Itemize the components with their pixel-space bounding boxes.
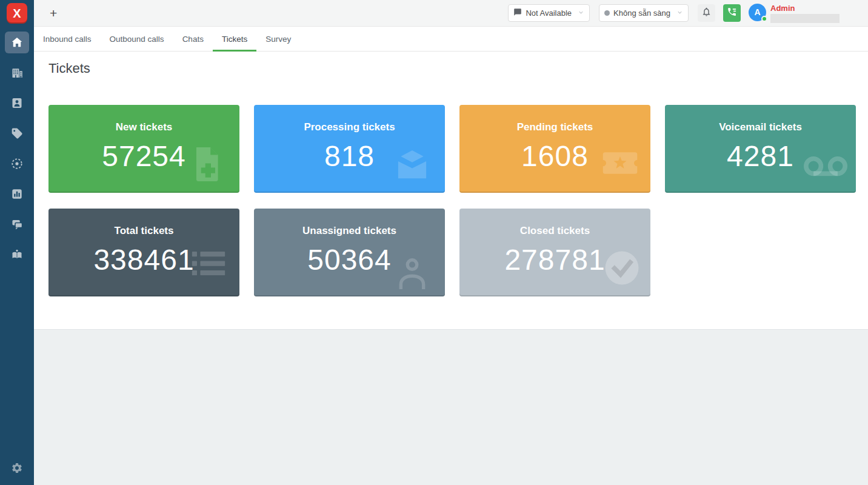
topbar-right: Not Available Không sẵn sàng xyxy=(508,4,840,23)
tile-pending-tickets[interactable]: Pending tickets 1608 xyxy=(459,105,650,193)
tab-inbound-calls[interactable]: Inbound calls xyxy=(34,27,101,51)
target-icon xyxy=(10,157,24,170)
status-dropdown-label: Not Available xyxy=(526,8,572,18)
tile-label: Unassigned tickets xyxy=(254,225,445,237)
tab-tickets[interactable]: Tickets xyxy=(213,27,256,51)
tile-new-tickets[interactable]: New tickets 57254 xyxy=(48,105,239,193)
add-tab-button[interactable]: + xyxy=(50,7,57,19)
tile-value: 57254 xyxy=(48,142,239,171)
tile-value: 4281 xyxy=(665,142,856,171)
sidebar-item-knowledge[interactable] xyxy=(5,244,29,266)
tile-value: 818 xyxy=(254,142,445,171)
sidebar-item-target[interactable] xyxy=(5,153,29,175)
topbar: + Not Available Không sẵn sàng xyxy=(34,0,868,27)
user-menu[interactable]: A Admin xyxy=(749,4,840,23)
app-logo[interactable]: X xyxy=(7,3,27,24)
tile-value: 1608 xyxy=(459,142,650,171)
user-name: Admin xyxy=(770,4,840,13)
call-button[interactable] xyxy=(723,4,741,22)
sidebar-item-tags[interactable] xyxy=(5,122,29,144)
tile-processing-tickets[interactable]: Processing tickets 818 xyxy=(254,105,445,193)
lower-background-area xyxy=(34,329,868,485)
tab-chats[interactable]: Chats xyxy=(173,27,213,51)
tabbar: Inbound calls Outbound calls Chats Ticke… xyxy=(34,27,868,52)
gear-icon xyxy=(11,462,23,477)
tile-value: 338461 xyxy=(48,246,239,275)
main-content: Tickets New tickets 57254 Processing xyxy=(34,52,868,329)
sidebar-item-company[interactable] xyxy=(5,62,29,84)
presence-dot-icon xyxy=(604,10,610,16)
tile-voicemail-tickets[interactable]: Voicemail tickets 4281 xyxy=(665,105,856,193)
status-dropdown[interactable]: Not Available xyxy=(508,4,590,22)
tile-closed-tickets[interactable]: Closed tickets 278781 xyxy=(459,209,650,296)
user-meta: Admin xyxy=(770,4,840,23)
knowledge-icon xyxy=(10,248,24,261)
presence-badge xyxy=(761,16,767,22)
home-icon xyxy=(10,36,24,49)
user-subtitle-placeholder xyxy=(770,14,840,23)
sidebar-item-home[interactable] xyxy=(5,32,29,53)
phone-icon xyxy=(727,7,737,19)
tile-unassigned-tickets[interactable]: Unassigned tickets 50364 xyxy=(254,209,445,296)
company-icon xyxy=(10,66,24,80)
sidebar-item-contacts[interactable] xyxy=(5,92,29,114)
chevron-down-icon xyxy=(676,8,683,18)
tab-outbound-calls[interactable]: Outbound calls xyxy=(101,27,173,51)
tile-label: New tickets xyxy=(48,121,239,133)
sidebar: X xyxy=(0,0,34,485)
avatar-initial: A xyxy=(754,7,760,17)
tile-value: 50364 xyxy=(254,246,445,275)
tile-label: Voicemail tickets xyxy=(665,121,856,133)
sidebar-item-chats[interactable] xyxy=(5,213,29,235)
chat-bubble-icon xyxy=(513,8,522,18)
bell-icon xyxy=(701,7,712,19)
tab-survey[interactable]: Survey xyxy=(256,27,300,51)
contacts-icon xyxy=(10,96,24,110)
tile-label: Total tickets xyxy=(48,225,239,237)
avatar[interactable]: A xyxy=(749,4,766,21)
tags-icon xyxy=(10,127,24,140)
tile-value: 278781 xyxy=(459,246,650,275)
app-logo-letter: X xyxy=(13,7,21,21)
notifications-button[interactable] xyxy=(698,4,715,22)
chevron-down-icon xyxy=(578,8,584,18)
sidebar-item-settings[interactable] xyxy=(0,458,34,480)
page-title: Tickets xyxy=(48,61,856,76)
sidebar-item-reports[interactable] xyxy=(5,183,29,205)
tile-total-tickets[interactable]: Total tickets 338461 xyxy=(48,209,239,296)
tile-label: Processing tickets xyxy=(254,121,445,133)
ticket-stats-grid: New tickets 57254 Processing tickets 818 xyxy=(48,105,856,296)
chats-icon xyxy=(10,218,24,232)
presence-dropdown-label: Không sẵn sàng xyxy=(613,8,670,18)
reports-icon xyxy=(10,187,24,201)
tile-label: Closed tickets xyxy=(459,225,650,237)
sidebar-nav xyxy=(5,32,29,266)
tile-label: Pending tickets xyxy=(459,121,650,133)
presence-dropdown[interactable]: Không sẵn sàng xyxy=(599,4,689,22)
